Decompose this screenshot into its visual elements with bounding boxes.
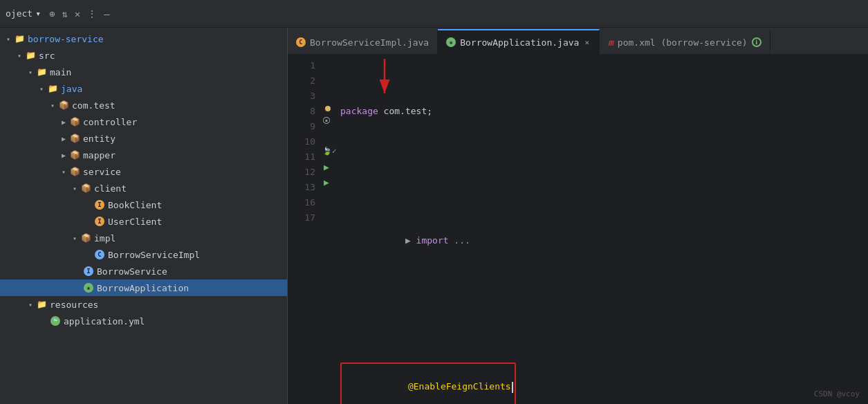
sidebar-item-BorrowService[interactable]: I BorrowService [0, 263, 287, 279]
main-layout: ▾ 📁 borrow-service ▾ 📁 src ▾ 📁 main ▾ 📁 … [0, 28, 868, 404]
yaml-icon: 🍃 [50, 315, 61, 327]
sidebar-item-BookClient[interactable]: I BookClient [0, 196, 287, 213]
java-folder-icon: 📁 [47, 83, 58, 94]
close-icon[interactable]: ✕ [75, 8, 80, 19]
tab-BorrowApplication[interactable]: ❀ BorrowApplication.java ✕ [438, 29, 600, 54]
sidebar-item-application-yml[interactable]: 🍃 application.yml [0, 313, 287, 329]
sidebar-item-main[interactable]: ▾ 📁 main [0, 64, 287, 80]
tab-label: BorrowApplication.java [460, 37, 579, 48]
folder-icon: 📁 [25, 50, 36, 61]
chevron-down-icon: ▾ [35, 8, 41, 19]
sidebar-item-label: entity [83, 134, 116, 144]
project-label: oject [6, 8, 33, 19]
title-bar: oject ▾ ⊕ ⇅ ✕ ⋮ — [0, 0, 868, 28]
tabs-bar: C BorrowServiceImpl.java ❀ BorrowApplica… [288, 28, 868, 55]
sidebar-item-resources[interactable]: ▾ 📁 resources [0, 296, 287, 313]
tab-label: pom.xml (borrow-service) [618, 37, 748, 48]
sidebar-item-UserClient[interactable]: I UserClient [0, 213, 287, 230]
spring-icon: ❀ [446, 37, 456, 47]
maven-icon: m [608, 37, 613, 48]
sidebar-item-label: UserClient [108, 217, 162, 227]
gutter: ⦿ 🍃✓ ▶ ▶ [321, 55, 338, 404]
package-icon: 📦 [80, 183, 91, 194]
watermark: CSDN @vcoy [814, 389, 860, 398]
arrow-icon: ▾ [36, 83, 47, 94]
package-icon: 📦 [69, 149, 80, 160]
sidebar-item-label: service [83, 167, 121, 177]
sidebar-item-borrow-service[interactable]: ▾ 📁 borrow-service [0, 30, 287, 47]
minimize-icon[interactable]: — [104, 8, 109, 19]
spacer [83, 199, 94, 210]
warning-dot [325, 101, 331, 114]
sidebar-item-label: com.test [72, 100, 116, 111]
arrow-icon: ▾ [58, 166, 69, 177]
sidebar-item-label: src [39, 50, 55, 61]
package-icon: 📦 [58, 100, 69, 111]
sidebar-item-entity[interactable]: ▶ 📦 entity [0, 130, 287, 147]
sidebar-item-label: main [50, 67, 71, 77]
arrow-icon: ▾ [14, 50, 25, 61]
sidebar-item-service[interactable]: ▾ 📦 service [0, 163, 287, 180]
gutter-icon-spring1: 🍃✓ [322, 147, 337, 156]
tab-label: BorrowServiceImpl.java [310, 37, 429, 48]
sidebar-item-BorrowServiceImpl[interactable]: C BorrowServiceImpl [0, 246, 287, 263]
swap-icon[interactable]: ⇅ [62, 8, 67, 19]
code-line-1: package com.test; [338, 104, 868, 119]
folder-icon: 📁 [36, 66, 47, 77]
package-icon: 📦 [80, 232, 91, 244]
sidebar-item-label: borrow-service [28, 34, 104, 44]
sidebar-item-label: impl [94, 233, 116, 244]
sidebar-item-label: BorrowServiceImpl [108, 250, 200, 260]
code-editor: 1 2 3 8 9 10 11 12 13 16 17 ⦿ [288, 55, 868, 404]
code-content[interactable]: package com.test; ▶ import ... @EnableFe… [338, 55, 868, 404]
file-tree[interactable]: ▾ 📁 borrow-service ▾ 📁 src ▾ 📁 main ▾ 📁 … [0, 28, 287, 404]
tab-BorrowServiceImpl[interactable]: C BorrowServiceImpl.java [288, 29, 438, 54]
sidebar-item-controller[interactable]: ▶ 📦 controller [0, 113, 287, 130]
package-icon: 📦 [69, 116, 80, 127]
arrow-icon: ▾ [47, 100, 58, 111]
sidebar-item-label: BorrowService [97, 266, 167, 277]
add-icon[interactable]: ⊕ [49, 8, 55, 19]
gutter-icon-feign: ⦿ [322, 116, 331, 126]
sidebar-item-com-test[interactable]: ▾ 📦 com.test [0, 97, 287, 113]
sidebar-item-mapper[interactable]: ▶ 📦 mapper [0, 147, 287, 163]
sidebar-item-label: resources [50, 300, 98, 310]
spacer [72, 282, 83, 293]
interface-icon: I [83, 266, 94, 277]
title-actions: ⊕ ⇅ ✕ ⋮ — [49, 8, 110, 19]
arrow-icon: ▾ [69, 232, 80, 244]
info-badge: ℹ [752, 37, 761, 47]
spacer [83, 249, 94, 260]
sidebar-item-java[interactable]: ▾ 📁 java [0, 80, 287, 97]
project-title[interactable]: oject ▾ [6, 8, 41, 19]
more-icon[interactable]: ⋮ [87, 8, 97, 19]
java-icon: C [296, 37, 306, 47]
sidebar-item-BorrowApplication[interactable]: ❀ BorrowApplication [0, 279, 287, 296]
line-numbers: 1 2 3 8 9 10 11 12 13 16 17 [288, 55, 321, 404]
arrow-icon: ▾ [25, 299, 36, 310]
editor-area: C BorrowServiceImpl.java ❀ BorrowApplica… [288, 28, 868, 404]
code-line-8 [338, 302, 868, 317]
sidebar-item-label: application.yml [64, 316, 145, 327]
sidebar-item-label: BorrowApplication [97, 283, 189, 293]
gutter-run-icon-2[interactable]: ▶ [324, 177, 329, 187]
code-line-2 [338, 165, 868, 180]
arrow-icon: ▾ [3, 33, 14, 44]
interface-icon: I [94, 216, 105, 227]
tab-close-button[interactable]: ✕ [583, 37, 591, 48]
sidebar-item-label: mapper [83, 150, 116, 160]
interface-icon: I [94, 199, 105, 210]
package-icon: 📦 [69, 166, 80, 177]
sidebar-item-label: controller [83, 117, 137, 127]
code-line-9: @EnableFeignClients [338, 362, 868, 404]
sidebar-item-client[interactable]: ▾ 📦 client [0, 180, 287, 196]
tab-pom-xml[interactable]: m pom.xml (borrow-service) ℹ [600, 29, 770, 54]
folder-icon: 📁 [36, 299, 47, 310]
code-line-3: ▶ import ... [338, 226, 868, 256]
gutter-run-icon[interactable]: ▶ [324, 162, 329, 172]
arrow-icon: ▶ [58, 149, 69, 160]
folder-icon: 📁 [14, 33, 25, 44]
class-icon: C [94, 249, 105, 260]
sidebar-item-impl[interactable]: ▾ 📦 impl [0, 230, 287, 246]
sidebar-item-src[interactable]: ▾ 📁 src [0, 47, 287, 64]
